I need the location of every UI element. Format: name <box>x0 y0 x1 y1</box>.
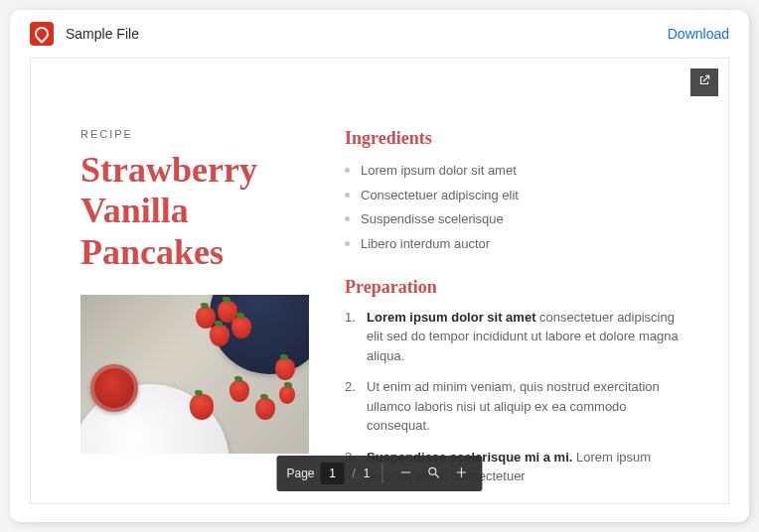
svg-line-2 <box>435 473 439 477</box>
download-link[interactable]: Download <box>668 26 729 42</box>
page-separator: / <box>353 466 356 480</box>
page-total: 1 <box>364 466 371 480</box>
open-external-button[interactable] <box>690 68 718 96</box>
recipe-photo <box>80 295 309 454</box>
plus-icon <box>455 466 469 482</box>
recipe-title: Strawberry Vanilla Pancakes <box>80 150 309 273</box>
ingredients-list: Lorem ipsum dolor sit amet Consectetuer … <box>345 159 679 257</box>
svg-point-1 <box>429 467 436 474</box>
magnifier-icon <box>427 466 441 482</box>
list-item: Ut enim ad minim veniam, quis nostrud ex… <box>345 377 679 436</box>
list-item: Lorem ipsum dolor sit amet consectetuer … <box>345 308 679 366</box>
page-label: Page <box>286 466 314 480</box>
overline: RECIPE <box>80 128 309 140</box>
pdf-toolbar: Page / 1 <box>276 456 482 491</box>
document-page: RECIPE Strawberry Vanilla Pancakes <box>31 59 728 498</box>
topbar: Sample File Download <box>10 10 749 58</box>
zoom-in-button[interactable] <box>451 463 473 484</box>
ingredients-heading: Ingredients <box>345 128 679 149</box>
document-viewer: RECIPE Strawberry Vanilla Pancakes <box>30 58 729 504</box>
page-number-input[interactable] <box>321 463 345 484</box>
pdf-icon <box>30 22 54 46</box>
toolbar-divider <box>382 464 383 483</box>
list-item: Lorem ipsum dolor sit amet <box>345 159 679 184</box>
preparation-heading: Preparation <box>345 277 679 298</box>
list-item: Consectetuer adipiscing elit <box>345 184 679 208</box>
minus-icon <box>399 466 413 482</box>
list-item: Libero interdum auctor <box>345 232 679 257</box>
zoom-out-button[interactable] <box>395 463 417 484</box>
list-item: Suspendisse scelerisque <box>345 207 679 232</box>
pdf-embed-frame: Sample File Download RECIPE Strawberry V… <box>10 10 749 522</box>
zoom-reset-button[interactable] <box>423 463 445 484</box>
file-title: Sample File <box>66 26 139 42</box>
open-external-icon <box>697 73 711 91</box>
